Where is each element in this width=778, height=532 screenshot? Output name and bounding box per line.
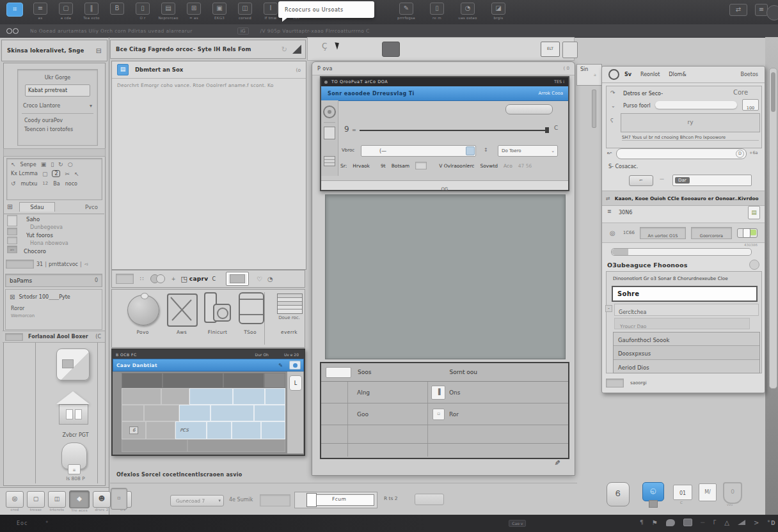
footer-item[interactable]: Sr: xyxy=(340,163,347,169)
swatch-button[interactable] xyxy=(116,274,134,284)
panel-toggle-icon[interactable]: ⊞ xyxy=(7,203,13,211)
collapse-corner-icon[interactable] xyxy=(292,45,301,54)
footer-item[interactable]: 47 56 xyxy=(518,163,532,169)
dock-monitor-icon[interactable]: ◵ xyxy=(642,482,664,501)
plus-icon[interactable]: + xyxy=(171,276,176,282)
inspector-tab[interactable]: Dlom& xyxy=(669,72,686,77)
grid-cell[interactable] xyxy=(146,421,175,439)
select-icon[interactable]: ↖ xyxy=(11,161,16,168)
dialog-top-right-button[interactable] xyxy=(505,104,553,114)
pilcrow-icon[interactable]: ¶ xyxy=(640,519,644,526)
dock-shield-icon[interactable]: 0 xyxy=(723,482,742,504)
footer-item[interactable]: Hrvaok xyxy=(353,163,370,169)
dd2-select[interactable]: Do Toero ⌄ xyxy=(498,145,558,157)
grid-cell[interactable] xyxy=(232,421,261,439)
anchor-icon[interactable]: ϛ xyxy=(610,117,614,123)
strip-monitor-icon[interactable]: ELT xyxy=(541,42,560,57)
zoom-handle[interactable] xyxy=(306,493,317,507)
grid-cell[interactable] xyxy=(233,388,265,405)
row-icon-box[interactable]: ▫ xyxy=(433,409,445,420)
tab-left[interactable]: Sdau xyxy=(19,202,54,212)
mode-button[interactable]: Gunecoad 7 ▾ xyxy=(170,495,224,506)
toolbar-button[interactable]: ‖ Tea ecto xyxy=(81,3,102,20)
toolbar-button[interactable]: ▯ re m xyxy=(426,3,448,20)
circle-icon[interactable]: ○ xyxy=(68,161,73,168)
inspector-search-bar[interactable]: D xyxy=(616,148,747,159)
grid-cell[interactable] xyxy=(187,439,285,452)
tab-right[interactable]: Pvco xyxy=(85,204,98,210)
badge-2-icon[interactable]: 2 xyxy=(52,170,60,177)
form-label-2[interactable]: Coody ouraPov xyxy=(18,114,97,123)
lens-icon[interactable] xyxy=(323,106,336,118)
highlight-row[interactable]: ⇄ Kaaon, Kooe Ouioh CCle Eoooauro er Oon… xyxy=(602,191,765,206)
dialog-titlebar[interactable]: TO QrooPuaT arCo DOA TES i xyxy=(321,77,568,86)
footer-item[interactable]: V Ovlraoonlerc xyxy=(439,163,474,169)
blob-icon[interactable] xyxy=(666,519,675,526)
list-item[interactable]: Dunbegeeva xyxy=(21,223,104,230)
circles-icon[interactable] xyxy=(150,274,165,283)
grid-cell[interactable] xyxy=(161,388,189,405)
scissors-icon[interactable]: ✂ xyxy=(65,171,70,177)
count-box[interactable] xyxy=(6,260,34,269)
refresh-icon[interactable]: ↻ xyxy=(282,45,287,54)
sort-icon[interactable]: ≡ xyxy=(755,4,768,16)
toolbar-button[interactable]: ▤ Neprercao xyxy=(157,3,179,20)
dock-slash-icon[interactable]: M/ xyxy=(699,483,717,501)
camera-box-icon[interactable] xyxy=(683,519,692,526)
zoom-label[interactable]: Fcum xyxy=(332,496,346,502)
timeline-slider[interactable] xyxy=(360,130,546,131)
folder-object-icon[interactable] xyxy=(56,348,90,380)
minus-chip-icon[interactable]: - xyxy=(605,305,612,312)
controls-button-2[interactable]: Goorcorora xyxy=(691,227,732,239)
bottom-tool-clock[interactable]: ◎ cred xyxy=(6,488,24,512)
list-item[interactable]: Hona nbowova xyxy=(21,239,104,246)
mini-window-titlebar[interactable]: B OCB FC Dur Oh Uv e 20 xyxy=(113,350,304,359)
style-row[interactable]: Gaufonthocl Soook xyxy=(614,332,759,346)
dd1-select[interactable]: (— xyxy=(361,145,476,157)
bottom-tool-screen[interactable]: ▢ tresse xyxy=(27,488,45,512)
value-bar[interactable] xyxy=(655,101,737,109)
home-object-icon[interactable] xyxy=(56,391,91,427)
color-swatch[interactable] xyxy=(5,333,23,341)
inspector-tab-right[interactable]: Boetos xyxy=(740,72,758,77)
dar-field[interactable]: Dar xyxy=(672,175,752,186)
grid-cell[interactable] xyxy=(189,388,233,405)
grid-cell[interactable] xyxy=(122,373,163,388)
grid-cell[interactable] xyxy=(163,373,223,388)
strip-blank-icon[interactable] xyxy=(562,42,578,58)
inspector-side-tab[interactable]: Sin a xyxy=(576,64,602,86)
list-object-icon[interactable] xyxy=(277,293,303,314)
gt-icon[interactable]: > xyxy=(754,519,759,526)
grid-cell[interactable] xyxy=(122,405,144,421)
table-row[interactable] xyxy=(321,425,568,444)
angle-icon[interactable]: Γ xyxy=(713,520,716,526)
grid-cell[interactable] xyxy=(264,373,285,388)
chevron-icon[interactable]: ⌄ xyxy=(611,103,615,109)
portrait-icon[interactable]: ▯ xyxy=(51,161,54,168)
grid-cell[interactable] xyxy=(207,421,231,439)
folder-button-pressed[interactable] xyxy=(226,272,249,286)
toolbar-button[interactable]: ≡ as xyxy=(29,3,51,20)
wedge-icon[interactable] xyxy=(738,520,745,525)
preview-canvas[interactable] xyxy=(325,194,566,359)
list-item[interactable]: Saho xyxy=(21,215,104,223)
grid-cell[interactable] xyxy=(261,421,285,439)
grid-cell[interactable]: 6 xyxy=(122,421,146,439)
form-label-3[interactable]: Toencon i torotofes xyxy=(18,123,97,132)
power-toggle[interactable] xyxy=(737,228,758,238)
mini-window-selected-row[interactable]: Caav Danbtiat ✎ xyxy=(113,359,304,372)
small-select[interactable]: ⌐ xyxy=(629,175,653,186)
row-icon-box[interactable]: ▐ xyxy=(431,386,445,400)
sidebar-splitter[interactable] xyxy=(3,148,106,157)
toolbar-button[interactable]: ▯ O r xyxy=(132,3,154,20)
style-row[interactable]: Gercltchea xyxy=(614,304,759,316)
corner-tool-button[interactable]: ▫ xyxy=(111,488,127,510)
form-field-1[interactable]: Kabat prretreat xyxy=(25,84,90,97)
dock-app-icon[interactable]: Ꮾ xyxy=(607,482,630,506)
toolbar-button[interactable]: ✎ prrrfogsa xyxy=(395,3,417,20)
filter-input[interactable]: baPams 0 xyxy=(5,274,102,287)
heart-icon[interactable]: ♡ xyxy=(257,276,262,283)
curve-arrow-icon[interactable]: ↷ xyxy=(610,90,615,96)
dash-icon[interactable]: — xyxy=(701,520,705,525)
preview-window-badge[interactable]: ( 0 xyxy=(564,66,569,71)
